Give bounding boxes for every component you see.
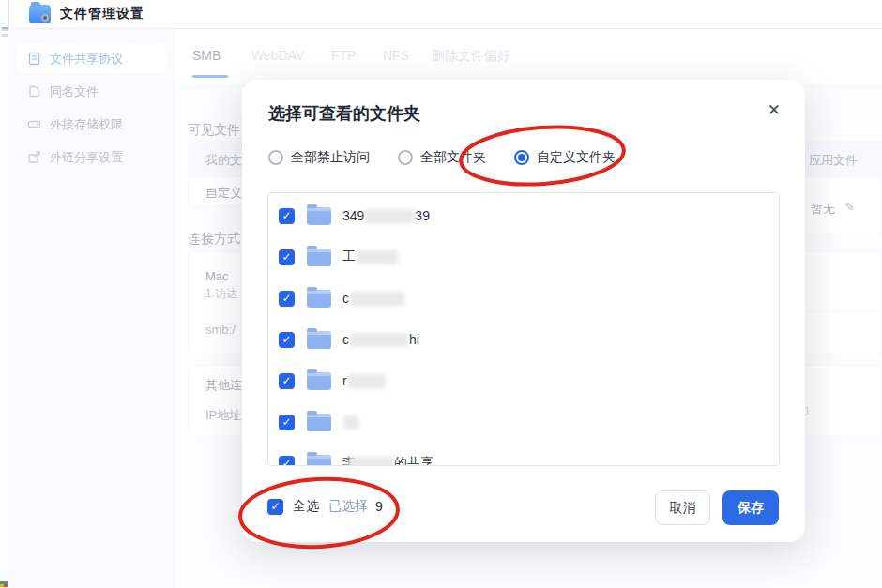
folder-list-item[interactable]: ✓ chi — [268, 319, 779, 360]
page-title: 文件管理设置 — [60, 6, 144, 23]
checkbox-checked-icon[interactable]: ✓ — [279, 332, 295, 348]
folder-name — [342, 415, 359, 430]
checkbox-checked-icon[interactable]: ✓ — [279, 373, 295, 389]
folder-name: 34939 — [342, 208, 430, 223]
radio-custom-folders[interactable]: 自定义文件夹 — [514, 149, 616, 166]
checkbox-checked-icon[interactable]: ✓ — [279, 415, 295, 430]
cancel-button[interactable]: 取消 — [655, 490, 710, 525]
radio-circle-icon[interactable] — [268, 150, 283, 165]
blurred-text — [348, 457, 393, 467]
radio-selected-icon[interactable] — [514, 150, 529, 165]
selected-label: 已选择 — [328, 498, 368, 515]
select-folders-modal: 选择可查看的文件夹 ✕ 全部禁止访问 全部文件夹 自定义文件夹 ✓ 34939 — [242, 80, 805, 542]
select-all-row: ✓ 全选 已选择 9 — [267, 498, 383, 515]
save-button[interactable]: 保存 — [722, 490, 779, 525]
checkbox-checked-icon[interactable]: ✓ — [279, 249, 295, 265]
radio-all-folders[interactable]: 全部文件夹 — [398, 149, 486, 166]
folder-name: 李的共享 — [342, 455, 433, 466]
page: 文件管理设置 文件共享协议 同名文件 外接存储权限 外链分享设置 — [0, 0, 882, 588]
app-header: 文件管理设置 — [9, 0, 882, 29]
folder-icon — [307, 290, 331, 308]
folder-list-item[interactable]: ✓ 34939 — [268, 195, 779, 236]
folder-list-item[interactable]: ✓ — [268, 401, 779, 443]
folder-list-item[interactable]: ✓ 李的共享 — [268, 443, 779, 466]
folder-name: r — [342, 373, 387, 388]
folder-list[interactable]: ✓ 34939 ✓ 工 ✓ c ✓ chi ✓ r — [267, 192, 780, 466]
folder-icon — [307, 455, 331, 467]
radio-circle-icon[interactable] — [398, 150, 413, 165]
folder-gear-icon — [29, 5, 51, 23]
taskbar-favicon-fragment — [0, 581, 8, 588]
folder-name: c — [342, 291, 405, 306]
folder-name: 工 — [342, 249, 399, 265]
folder-icon — [307, 372, 331, 390]
blurred-text — [343, 415, 358, 430]
folder-icon — [307, 331, 331, 349]
radio-label: 全部禁止访问 — [291, 149, 370, 166]
checkbox-checked-icon[interactable]: ✓ — [279, 456, 295, 467]
access-mode-radio-group: 全部禁止访问 全部文件夹 自定义文件夹 — [268, 149, 644, 166]
select-all-label: 全选 — [293, 498, 319, 515]
blurred-text — [350, 333, 408, 347]
modal-title: 选择可查看的文件夹 — [268, 102, 420, 125]
checkbox-checked-icon[interactable]: ✓ — [279, 208, 295, 224]
folder-name: chi — [342, 332, 419, 347]
folder-icon — [307, 249, 331, 266]
folder-icon — [307, 207, 331, 225]
blurred-text — [348, 374, 386, 388]
blurred-text — [350, 292, 404, 306]
radio-label: 自定义文件夹 — [537, 149, 616, 166]
folder-list-item[interactable]: ✓ r — [268, 360, 779, 401]
folder-list-item[interactable]: ✓ c — [268, 278, 779, 319]
checkbox-checked-icon[interactable]: ✓ — [279, 291, 295, 307]
select-all-checkbox[interactable]: ✓ — [267, 499, 283, 515]
selected-count: 9 — [375, 499, 383, 514]
folder-icon — [307, 414, 331, 431]
folder-list-item[interactable]: ✓ 工 — [268, 236, 779, 278]
close-icon[interactable]: ✕ — [768, 102, 781, 118]
radio-forbid-all[interactable]: 全部禁止访问 — [268, 149, 370, 166]
radio-label: 全部文件夹 — [420, 149, 486, 166]
blurred-text — [365, 209, 414, 223]
blurred-text — [357, 250, 398, 264]
